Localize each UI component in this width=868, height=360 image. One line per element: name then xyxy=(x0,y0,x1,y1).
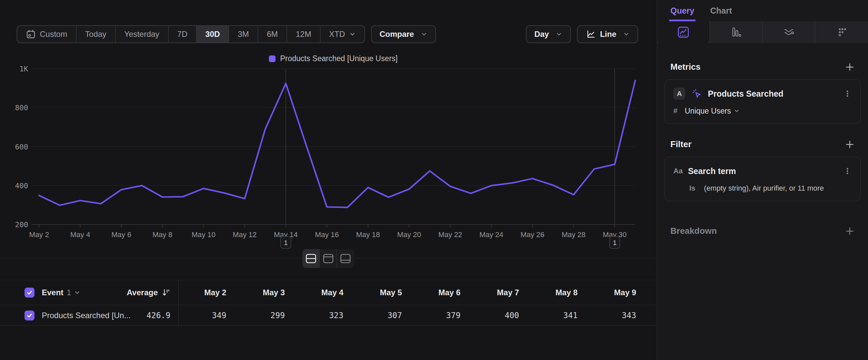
panel-bottom-icon xyxy=(340,254,351,264)
x-axis-tick-label: May 22 xyxy=(438,230,462,239)
filter-section-header: Filter xyxy=(671,139,855,149)
string-type-icon: Aa xyxy=(673,167,683,175)
viz-tab-retention[interactable] xyxy=(815,21,868,43)
metric-letter-badge: A xyxy=(673,88,685,100)
x-axis-tick-label: May 18 xyxy=(356,230,380,239)
series-row-label: Products Searched [Un... xyxy=(42,311,131,320)
chevron-down-icon xyxy=(734,108,740,114)
y-axis-tick-label: 800 xyxy=(15,104,28,112)
aggregation-hash: # xyxy=(673,107,677,115)
average-value: 426.9 xyxy=(147,311,170,320)
event-cursor-icon xyxy=(691,88,703,99)
value-cell: 307 xyxy=(354,305,413,326)
table-date-headers: May 2May 3May 4May 5May 6May 7May 8May 9 xyxy=(179,280,657,305)
value-cell: 323 xyxy=(296,305,354,326)
layout-split-rows-button[interactable] xyxy=(302,249,320,268)
x-axis-tick-label: May 24 xyxy=(479,230,503,239)
tab-query[interactable]: Query xyxy=(671,0,694,21)
table-row[interactable]: Products Searched [Un... 426.9 349299323… xyxy=(0,305,657,326)
y-axis-tick-label: 400 xyxy=(15,182,28,190)
panel-tab-bar: Query Chart xyxy=(657,0,868,21)
viz-tab-funnels[interactable] xyxy=(710,21,763,43)
chevron-down-icon[interactable] xyxy=(74,289,81,296)
row-checkbox[interactable] xyxy=(25,310,34,321)
x-axis-tick-label: May 20 xyxy=(397,230,421,239)
flows-icon xyxy=(782,26,795,38)
layout-panel-bottom-button[interactable] xyxy=(337,249,354,268)
table-header-row: Event 1 Average May 2May 3May 4May 5May … xyxy=(0,280,657,305)
x-axis-tick-label: May 28 xyxy=(562,230,586,239)
x-axis-tick-label: May 4 xyxy=(70,230,90,239)
retention-dots-icon xyxy=(836,26,848,38)
filter-property-title: Search term xyxy=(688,166,736,176)
date-column-header: May 6 xyxy=(413,280,471,305)
layout-panel-top-button[interactable] xyxy=(320,249,337,268)
select-all-checkbox[interactable] xyxy=(25,287,34,298)
metric-title: Products Searched xyxy=(708,89,783,99)
tab-chart[interactable]: Chart xyxy=(710,0,732,21)
metrics-heading: Metrics xyxy=(671,62,701,72)
filter-value[interactable]: (empty string), Air purifier, or 11 more xyxy=(704,184,824,193)
event-count: 1 xyxy=(67,288,71,297)
series-line[interactable] xyxy=(39,80,635,207)
layout-toggle-group xyxy=(302,249,354,268)
breakdown-section-header: Breakdown xyxy=(671,226,855,236)
breakdown-heading: Breakdown xyxy=(671,226,717,236)
insights-line-chart-icon xyxy=(677,26,690,38)
add-metric-button[interactable] xyxy=(845,62,855,72)
x-axis-tick-label: May 12 xyxy=(233,230,257,239)
split-rows-icon xyxy=(306,254,316,264)
value-cell: 349 xyxy=(179,305,238,326)
annotation-badge-label: 1 xyxy=(284,239,288,246)
x-axis-tick-label: May 10 xyxy=(192,230,216,239)
y-axis-tick-label: 1K xyxy=(20,65,29,73)
panel-top-icon xyxy=(323,254,334,264)
filter-heading: Filter xyxy=(671,139,692,149)
add-filter-button[interactable] xyxy=(845,139,855,149)
date-column-header: May 3 xyxy=(238,280,296,305)
filter-card[interactable]: Aa Search term Is (empty string), Air pu… xyxy=(664,157,861,201)
x-axis-tick-label: May 8 xyxy=(153,230,173,239)
filter-operator[interactable]: Is xyxy=(689,184,695,193)
line-chart[interactable]: 2004006008001KMay 2May 4May 6May 8May 10… xyxy=(0,0,657,266)
metrics-section-header: Metrics xyxy=(671,62,855,72)
date-column-header: May 2 xyxy=(179,280,238,305)
query-panel: Query Chart Metrics A xyxy=(657,0,868,360)
date-column-header: May 9 xyxy=(589,280,647,305)
table-header-fixed-cell: Event 1 Average xyxy=(0,280,179,305)
panel-content: Metrics A Products Searched # Unique Use… xyxy=(657,62,868,236)
y-axis-tick-label: 200 xyxy=(15,221,28,229)
results-table: Event 1 Average May 2May 3May 4May 5May … xyxy=(0,280,657,326)
x-axis-tick-label: May 6 xyxy=(112,230,131,239)
metric-card[interactable]: A Products Searched # Unique Users xyxy=(664,79,861,124)
value-cell: 299 xyxy=(238,305,296,326)
funnel-bars-icon xyxy=(730,26,742,38)
date-column-header: May 4 xyxy=(296,280,354,305)
table-row-values: 349299323307379400341343 xyxy=(179,305,657,326)
y-axis-tick-label: 600 xyxy=(15,143,28,151)
average-column-label: Average xyxy=(127,288,158,297)
aggregation-selector[interactable]: Unique Users xyxy=(685,107,731,116)
sort-descending-icon[interactable] xyxy=(161,288,170,297)
annotation-badge-label: 1 xyxy=(613,239,617,246)
value-cell: 341 xyxy=(530,305,589,326)
event-column-label: Event xyxy=(42,288,63,297)
viz-tab-flows[interactable] xyxy=(763,21,815,43)
date-column-header: May 8 xyxy=(530,280,589,305)
date-column-header: May 5 xyxy=(354,280,413,305)
add-breakdown-button[interactable] xyxy=(845,226,855,236)
value-cell: 379 xyxy=(413,305,471,326)
x-axis-tick-label: May 16 xyxy=(315,230,339,239)
x-axis-tick-label: May 2 xyxy=(29,230,49,239)
x-axis-tick-label: May 26 xyxy=(521,230,545,239)
kebab-menu-icon[interactable] xyxy=(843,89,852,98)
main-area: CustomTodayYesterday7D30D3M6M12MXTD Comp… xyxy=(0,0,657,360)
value-cell: 400 xyxy=(471,305,530,326)
kebab-menu-icon[interactable] xyxy=(843,167,852,175)
value-cell: 343 xyxy=(589,305,647,326)
visualization-tab-strip xyxy=(657,21,868,43)
date-column-header: May 7 xyxy=(471,280,530,305)
table-row-fixed-cell: Products Searched [Un... 426.9 xyxy=(0,305,179,326)
viz-tab-insights[interactable] xyxy=(657,21,710,43)
